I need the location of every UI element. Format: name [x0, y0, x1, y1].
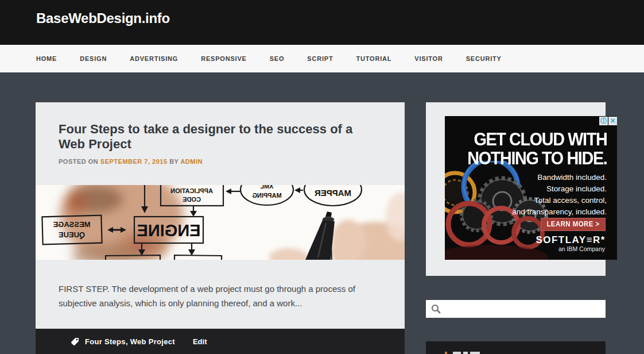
ad-feature-list: Bandwidth included. Storage included. To…	[512, 172, 607, 218]
partial-heading-sliver	[463, 352, 468, 354]
softlayer-logo: SOFTLAY≡R*	[536, 234, 606, 246]
ad-feature-line: Total access, control,	[512, 195, 607, 206]
partial-heading-sliver	[470, 352, 480, 354]
advertisement[interactable]: ⓘ ✕ GET CLOUD WITH NOTHING TO HIDE. Band…	[445, 116, 617, 260]
post-header: Four Steps to take a designer to the suc…	[36, 102, 405, 185]
edit-link[interactable]: Edit	[193, 337, 207, 346]
svg-text:APPLICATION: APPLICATION	[170, 187, 213, 194]
partial-heading-sliver	[445, 352, 447, 354]
ad-feature-line: Bandwidth included.	[512, 172, 607, 183]
ad-headline-line2: NOTHING TO HIDE.	[467, 149, 607, 168]
adchoices-close-icon[interactable]: ✕	[608, 117, 617, 125]
svg-text:MAPPING: MAPPING	[252, 192, 281, 199]
sidebar-search-widget	[426, 300, 606, 318]
svg-text:MESSAGE: MESSAGE	[53, 220, 90, 229]
by-label: BY	[169, 158, 179, 165]
post-title-link[interactable]: Four Steps to take a designer to the suc…	[59, 122, 362, 152]
ad-headline: GET CLOUD WITH NOTHING TO HIDE.	[467, 130, 607, 168]
adchoices-info-icon[interactable]: ⓘ	[599, 117, 608, 125]
ad-headline-line1: GET CLOUD WITH	[467, 130, 607, 149]
sidebar-partial-widget	[426, 341, 606, 354]
nav-item-security[interactable]: SECURITY	[466, 55, 502, 62]
excerpt-text: FIRST STEP. The development of a web pro…	[59, 282, 363, 310]
post-card: Four Steps to take a designer to the suc…	[36, 102, 405, 354]
svg-text:CODE: CODE	[183, 196, 201, 203]
svg-text:ENGINE: ENGINE	[137, 221, 200, 240]
nav-item-home[interactable]: HOME	[36, 55, 57, 62]
site-title-link[interactable]: BaseWebDesign.info	[36, 10, 170, 26]
svg-text:QUEUE: QUEUE	[59, 230, 86, 239]
nav-item-tutorial[interactable]: TUTORIAL	[356, 55, 391, 62]
nav-item-seo[interactable]: SEO	[270, 55, 285, 62]
post-tags-links[interactable]: Four Steps, Web Project	[85, 337, 175, 346]
nav-item-responsive[interactable]: RESPONSIVE	[201, 55, 247, 62]
svg-text:XML: XML	[260, 185, 274, 190]
search-input[interactable]	[441, 300, 606, 318]
post-meta: POSTED ON SEPTEMBER 7, 2015 BY ADMIN	[59, 158, 382, 165]
svg-text:MAPPER: MAPPER	[315, 188, 351, 198]
post-footer-bar: Four Steps, Web Project Edit	[36, 329, 405, 354]
ad-feature-line: Storage included.	[512, 183, 607, 195]
page: BaseWebDesign.info HOME DESIGN ADVERTISI…	[0, 0, 644, 354]
posted-on-label: POSTED ON	[59, 158, 98, 165]
main-nav: HOME DESIGN ADVERTISING RESPONSIVE SEO S…	[0, 45, 644, 72]
tag-icon	[71, 337, 79, 346]
featured-image[interactable]: MESSAGE QUEUE ENGINE APPLICATION CODE XM…	[36, 185, 405, 260]
partial-heading-sliver	[453, 352, 461, 354]
post-author-link[interactable]: ADMIN	[180, 158, 203, 165]
nav-item-advertising[interactable]: ADVERTISING	[130, 55, 178, 62]
site-header: BaseWebDesign.info	[0, 0, 644, 45]
search-icon	[431, 304, 441, 314]
sidebar-ad-widget: ⓘ ✕ GET CLOUD WITH NOTHING TO HIDE. Band…	[426, 102, 606, 276]
post-excerpt: FIRST STEP. The development of a web pro…	[36, 260, 405, 329]
nav-item-design[interactable]: DESIGN	[80, 55, 107, 62]
learn-more-button[interactable]: LEARN MORE >	[541, 218, 606, 231]
nav-item-script[interactable]: SCRIPT	[307, 55, 333, 62]
post-date-link[interactable]: SEPTEMBER 7, 2015	[100, 158, 168, 165]
ibm-company-note: an IBM Company	[558, 245, 605, 252]
adchoices-controls: ⓘ ✕	[599, 117, 617, 125]
ad-feature-line: and transparency, included.	[512, 206, 607, 218]
nav-item-visitor[interactable]: VISITOR	[414, 55, 443, 62]
